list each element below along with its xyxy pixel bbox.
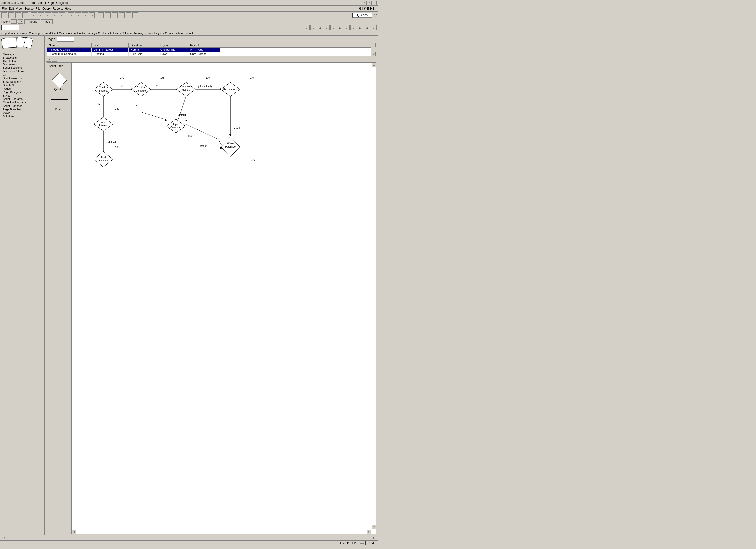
toolbar-btn-16[interactable]: □ <box>112 12 118 18</box>
diagram-scroll-left[interactable]: ◁ <box>72 530 76 534</box>
toolbar-btn-8[interactable]: □ <box>52 12 58 18</box>
sidebar-item-page-branches[interactable]: Page Branches <box>2 108 42 111</box>
menu-edit[interactable]: Edit <box>9 7 14 10</box>
script-wizard-arrow: ▷ <box>20 77 22 79</box>
bottom-scroll-left[interactable]: ◁ <box>2 536 6 540</box>
nav-product[interactable]: Product <box>184 32 193 35</box>
nav-compensation[interactable]: Compensation <box>165 32 183 35</box>
node-recommend: Recommend <box>221 82 240 96</box>
toolbar-btn-11[interactable]: □ <box>75 12 81 18</box>
toolbar-btn-12[interactable]: □ <box>82 12 88 18</box>
sec-btn-2[interactable]: □ <box>310 25 316 30</box>
sec-btn-9[interactable]: □ <box>357 25 363 30</box>
nav-calendar[interactable]: Calendar <box>122 32 133 35</box>
sidebar-item-script-programs[interactable]: Script Programs <box>2 97 42 101</box>
sidebar-item-resolution-documents[interactable]: ResolutionDocuments <box>2 60 42 66</box>
sec-btn-7[interactable]: □ <box>344 25 350 30</box>
sidebar-item-question-programs[interactable]: Question Programs <box>2 101 42 104</box>
forward-button[interactable]: ⇒ <box>18 19 23 24</box>
nav-account[interactable]: Account <box>68 32 78 35</box>
sidebar-item-styles[interactable]: Styles <box>2 94 42 97</box>
minimize-button[interactable]: □ <box>362 1 367 5</box>
table-nav-right[interactable]: □ <box>52 57 57 62</box>
sec-btn-4[interactable]: □ <box>324 25 330 30</box>
queries-dropdown-arrow[interactable]: ▽ <box>373 13 377 17</box>
sec-btn-6[interactable]: □ <box>337 25 343 30</box>
toolbar-btn-15[interactable]: □ <box>105 12 111 18</box>
sidebar-item-cti[interactable]: CTI <box>2 73 42 76</box>
sidebar-item-message-broadcasts[interactable]: MessageBroadcasts <box>2 53 42 60</box>
toolbar-btn-3[interactable]: □ <box>15 12 21 18</box>
sec-btn-3[interactable]: □ <box>317 25 323 30</box>
sidebar-item-page-designer[interactable]: Page Designer <box>2 90 42 94</box>
sec-btn-10[interactable]: □ <box>364 25 370 30</box>
sec-btn-11[interactable]: □ <box>371 25 377 30</box>
sidebar-item-script-sessions[interactable]: Script Sessions <box>2 66 42 69</box>
pages-input[interactable] <box>57 37 74 42</box>
toolbar-btn-2[interactable]: □ <box>8 12 14 18</box>
toolbar-btn-18[interactable]: □ <box>126 12 131 18</box>
sidebar-item-solutions[interactable]: Solutions <box>2 115 42 118</box>
nav-contacts[interactable]: Contacts <box>98 32 109 35</box>
label-y2: Y <box>156 85 158 88</box>
diagram-scroll-right[interactable]: ▷ <box>367 530 371 534</box>
secondary-input[interactable] <box>1 25 19 30</box>
menu-query[interactable]: Query <box>42 7 51 10</box>
toolbar-btn-9[interactable]: □ <box>59 12 65 18</box>
maximize-button[interactable]: □ <box>367 1 372 5</box>
close-button[interactable]: ✕ <box>372 1 377 5</box>
menu-help[interactable]: Help <box>65 7 71 10</box>
toolbar-btn-14[interactable]: □ <box>98 12 104 18</box>
menu-source[interactable]: Source <box>24 7 34 10</box>
doc-icons-area <box>2 37 42 50</box>
table-scroll-up[interactable]: △ <box>372 43 376 47</box>
sec-btn-8[interactable]: □ <box>350 25 356 30</box>
toolbar-btn-13[interactable]: □ <box>89 12 95 18</box>
diagram-scroll-down[interactable]: ▽ <box>372 525 376 529</box>
sidebar-item-smartscripts[interactable]: SmartScripts ▷ <box>2 80 42 83</box>
nav-projects[interactable]: Projects <box>154 32 164 35</box>
menu-file[interactable]: File <box>2 7 7 10</box>
node-when-purchase: When Purchase ? <box>221 137 240 157</box>
sidebar-item-script-branches[interactable]: Script Branches <box>2 104 42 108</box>
toolbar-btn-6[interactable]: □ <box>38 12 44 18</box>
sidebar-item-scripts[interactable]: Scripts ▽ <box>2 83 42 87</box>
nav-quotes[interactable]: Quotes <box>144 32 153 35</box>
nav-orders[interactable]: Orders <box>59 32 67 35</box>
table-row[interactable]: > Needs Analysis Confirm Interest Normal… <box>47 48 371 52</box>
nav-service[interactable]: Service <box>19 32 28 35</box>
sidebar-item-telephone-status[interactable]: Telephone Status <box>2 69 42 73</box>
sec-btn-1[interactable]: □ <box>304 25 310 30</box>
table-nav-left[interactable]: ◁ <box>46 57 51 62</box>
nav-campaigns[interactable]: Campaigns <box>29 32 43 35</box>
tab-page[interactable]: Page <box>41 19 53 24</box>
table-scroll-down[interactable]: ▽ <box>372 52 376 56</box>
sec-btn-5[interactable]: □ <box>330 25 336 30</box>
tab-threads[interactable]: Threads <box>24 19 40 24</box>
toolbar-btn-10[interactable]: □ <box>68 12 74 18</box>
bottom-scroll-right[interactable]: ▷ <box>372 536 376 540</box>
toolbar-btn-7[interactable]: □ <box>45 12 51 18</box>
nav-training[interactable]: Training <box>134 32 143 35</box>
menu-reports[interactable]: Reports <box>53 7 63 10</box>
nav-activities[interactable]: Activities <box>110 32 121 35</box>
sidebar-item-views[interactable]: Views <box>2 111 42 115</box>
nav-activebriefings[interactable]: ActiveBriefings <box>79 32 97 35</box>
sidebar-item-script-wizard[interactable]: Script Wizard ▷ <box>2 76 42 80</box>
toolbar-btn-4[interactable]: □ <box>22 12 28 18</box>
menu-items: File Edit View Source File Query Reports… <box>2 7 71 10</box>
toolbar-btn-17[interactable]: □ <box>119 12 125 18</box>
table-row[interactable]: Pentium III Campaign Greeting Blue Bold … <box>47 52 371 56</box>
sidebar-item-pages[interactable]: Pages <box>2 87 42 90</box>
menu-view[interactable]: View <box>16 7 22 10</box>
nav-opportunities[interactable]: Opportunities <box>1 32 18 35</box>
diagram-scroll-up[interactable]: △ <box>372 63 376 67</box>
toolbar-btn-19[interactable]: □ <box>132 12 138 18</box>
toolbar-btn-1[interactable]: □ <box>1 12 7 18</box>
back-button[interactable]: ⇐ <box>11 19 17 24</box>
col-layout: Layout <box>158 43 188 47</box>
nav-smartscript[interactable]: SmartScript <box>44 32 58 35</box>
toolbar-btn-5[interactable]: □ <box>31 12 37 18</box>
label-17b: 17b <box>160 76 165 79</box>
menu-file2[interactable]: File <box>36 7 40 10</box>
